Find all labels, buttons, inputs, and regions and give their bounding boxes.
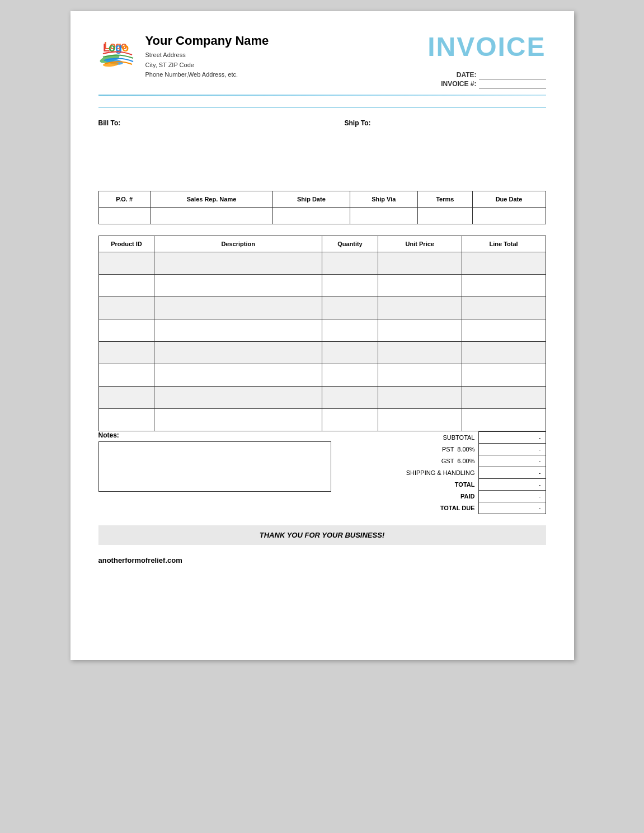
item-line-total[interactable] [462,274,546,297]
subtotal-label: SUBTOTAL [349,431,479,443]
header-divider2 [98,107,546,108]
item-product-id[interactable] [98,297,154,319]
item-line-total[interactable] [462,408,546,431]
table-row [98,274,546,297]
city-state-zip: City, ST ZIP Code [145,60,269,70]
item-line-total[interactable] [462,297,546,319]
item-description[interactable] [154,364,322,386]
pst-label-rate: PST 8.00% [349,443,479,455]
col-product-id: Product ID [98,236,154,252]
notes-label: Notes: [98,431,331,439]
item-quantity[interactable] [322,274,378,297]
item-product-id[interactable] [98,364,154,386]
item-description[interactable] [154,341,322,364]
item-quantity[interactable] [322,386,378,408]
total-due-label: TOTAL DUE [349,502,479,514]
items-table: Product ID Description Quantity Unit Pri… [98,236,546,431]
item-unit-price[interactable] [378,364,462,386]
table-row [98,364,546,386]
item-product-id[interactable] [98,408,154,431]
item-description[interactable] [154,319,322,341]
item-unit-price[interactable] [378,319,462,341]
item-quantity[interactable] [322,319,378,341]
street-address: Street Address [145,50,269,60]
invoice-title: INVOICE [427,34,546,60]
item-quantity[interactable] [322,408,378,431]
invoice-meta: DATE: INVOICE #: [427,70,546,89]
table-row [98,386,546,408]
item-product-id[interactable] [98,252,154,274]
item-quantity[interactable] [322,341,378,364]
item-quantity[interactable] [322,297,378,319]
site-url: anotherformofrelief.com [98,556,182,564]
totals-section: SUBTOTAL - PST 8.00% - GST 6.00% - S [349,431,546,514]
item-line-total[interactable] [462,341,546,364]
total-label: TOTAL [349,478,479,490]
bill-to-address[interactable] [98,129,300,174]
shipping-value: - [478,467,546,478]
item-quantity[interactable] [322,364,378,386]
order-due-date[interactable] [472,207,546,224]
company-info: Your Company Name Street Address City, S… [145,34,269,80]
item-unit-price[interactable] [378,252,462,274]
item-line-total[interactable] [462,252,546,274]
pst-value: - [478,443,546,455]
col-due-date: Due Date [472,191,546,207]
item-unit-price[interactable] [378,386,462,408]
invoice-page: Logo L o g o Your C [70,11,574,660]
order-terms[interactable] [417,207,472,224]
ship-to-section: Ship To: [345,119,546,174]
order-ship-via[interactable] [350,207,417,224]
header-left: Logo L o g o Your C [98,34,269,80]
item-product-id[interactable] [98,341,154,364]
ship-to-label: Ship To: [345,119,546,127]
item-unit-price[interactable] [378,341,462,364]
col-ship-date: Ship Date [273,191,350,207]
item-line-total[interactable] [462,386,546,408]
notes-input[interactable] [98,441,331,492]
item-quantity[interactable] [322,252,378,274]
item-line-total[interactable] [462,364,546,386]
item-description[interactable] [154,274,322,297]
col-terms: Terms [417,191,472,207]
header-section: Logo L o g o Your C [98,34,546,89]
col-ship-via: Ship Via [350,191,417,207]
item-product-id[interactable] [98,386,154,408]
item-description[interactable] [154,386,322,408]
item-line-total[interactable] [462,319,546,341]
invoice-num-label: INVOICE #: [439,79,478,88]
ship-to-address[interactable] [345,129,546,174]
item-unit-price[interactable] [378,274,462,297]
paid-label: PAID [349,490,479,502]
paid-value: - [478,490,546,502]
col-sales-rep: Sales Rep. Name [150,191,272,207]
thank-you-bar: THANK YOU FOR YOUR BUSINESS! [98,525,546,545]
date-value[interactable] [479,70,546,79]
header-divider [98,95,546,96]
item-unit-price[interactable] [378,297,462,319]
date-label: DATE: [439,70,478,79]
invoice-num-value[interactable] [479,79,546,88]
order-po-num[interactable] [98,207,150,224]
item-product-id[interactable] [98,274,154,297]
bottom-section: Notes: SUBTOTAL - PST 8.00% - GST 6.00% [98,431,546,514]
item-unit-price[interactable] [378,408,462,431]
total-due-value: - [478,502,546,514]
gst-label-rate: GST 6.00% [349,455,479,467]
col-po-num: P.O. # [98,191,150,207]
item-description[interactable] [154,252,322,274]
phone-web: Phone Number,Web Address, etc. [145,70,269,80]
order-sales-rep[interactable] [150,207,272,224]
col-line-total: Line Total [462,236,546,252]
item-description[interactable] [154,297,322,319]
col-quantity: Quantity [322,236,378,252]
order-ship-date[interactable] [273,207,350,224]
order-info-table: P.O. # Sales Rep. Name Ship Date Ship Vi… [98,191,546,224]
bill-to-label: Bill To: [98,119,300,127]
item-product-id[interactable] [98,319,154,341]
table-row [98,341,546,364]
table-row [98,408,546,431]
item-description[interactable] [154,408,322,431]
col-description: Description [154,236,322,252]
shipping-label: SHIPPING & HANDLING [349,467,479,478]
